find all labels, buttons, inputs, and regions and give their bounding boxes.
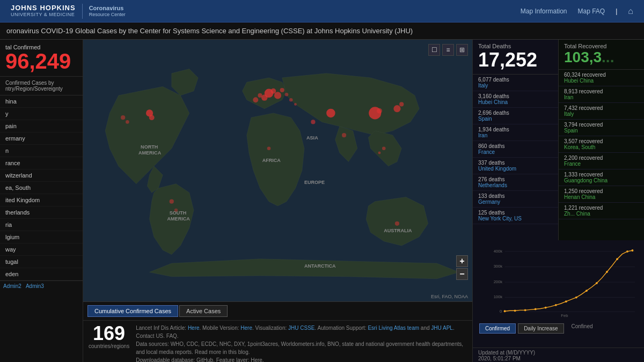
svg-point-12 bbox=[311, 120, 315, 124]
map-toolbar: ☐ ≡ ⊞ bbox=[428, 44, 468, 56]
admin2-link[interactable]: Admin2 bbox=[3, 283, 21, 289]
svg-point-11 bbox=[399, 102, 404, 106]
svg-point-16 bbox=[267, 147, 271, 151]
sidebar-item[interactable]: y bbox=[0, 108, 83, 120]
sidebar-item[interactable]: lgium bbox=[0, 231, 83, 243]
map-grid-btn[interactable]: ⊞ bbox=[456, 44, 468, 56]
info-text: Lancet Inf Dis Article: Here. Mobile Ver… bbox=[136, 324, 467, 362]
recovered-list-item: 3,507 recoveredKorea, South bbox=[559, 136, 644, 153]
deaths-list-item: 1,934 deathsIran bbox=[473, 124, 558, 141]
recovered-list-item: 7,432 recoveredItaly bbox=[559, 103, 644, 120]
sidebar-item[interactable]: eden bbox=[0, 268, 83, 280]
info-footer: 169 countries/regions Lancet Inf Dis Art… bbox=[83, 320, 472, 362]
chart-tab-confirmed[interactable]: Confirmed bbox=[479, 323, 516, 334]
map-bookmark-btn[interactable]: ☐ bbox=[428, 44, 440, 56]
article-link[interactable]: Here bbox=[188, 325, 200, 331]
header-left: JOHNS HOPKINS UNIVERSITY & MEDICINE Coro… bbox=[11, 4, 126, 19]
svg-text:SOUTH: SOUTH bbox=[170, 210, 187, 216]
resource-center: Coronavirus Resource Center bbox=[89, 4, 126, 18]
map-list-btn[interactable]: ≡ bbox=[442, 44, 454, 56]
svg-text:300k: 300k bbox=[494, 264, 503, 269]
svg-point-51 bbox=[545, 307, 547, 309]
sidebar-item[interactable]: ea, South bbox=[0, 182, 83, 194]
deaths-list-item: 125 deathsNew York City, US bbox=[473, 208, 558, 224]
map-container[interactable]: NORTH AMERICA SOUTH AMERICA ASIA AFRICA … bbox=[83, 40, 472, 301]
chart-svg: 400k 300k 200k 100k 0 Feb bbox=[479, 245, 638, 320]
recovered-list-item: 1,250 recoveredHenan China bbox=[559, 186, 644, 203]
svg-text:ASIA: ASIA bbox=[306, 135, 318, 141]
map-area: NORTH AMERICA SOUTH AMERICA ASIA AFRICA … bbox=[83, 40, 472, 362]
sidebar-country-list: hinaypainermanynrancewitzerlandea, South… bbox=[0, 95, 83, 280]
sidebar-item[interactable]: ria bbox=[0, 219, 83, 231]
countries-count: 169 countries/regions bbox=[89, 324, 129, 349]
recovered-list-item: 2,200 recoveredFrance bbox=[559, 153, 644, 169]
tab-active[interactable]: Active Cases bbox=[179, 305, 228, 317]
svg-point-22 bbox=[253, 97, 258, 102]
recovered-total: 103,3... bbox=[564, 49, 639, 66]
svg-point-60 bbox=[632, 249, 634, 252]
deaths-header: Total Deaths 17,252 bbox=[473, 40, 558, 75]
auto-link2[interactable]: JHU APL bbox=[431, 325, 453, 331]
svg-point-2 bbox=[270, 88, 276, 94]
svg-text:200k: 200k bbox=[494, 279, 503, 284]
map-attribution: Esri, FAO, NOAA bbox=[431, 294, 468, 299]
sidebar-item[interactable]: pain bbox=[0, 120, 83, 132]
deaths-list-item: 276 deathsNetherlands bbox=[473, 174, 558, 191]
auto-link1[interactable]: Esri Living Atlas team bbox=[368, 325, 419, 331]
jhu-logo-main: JOHNS HOPKINS bbox=[11, 4, 76, 12]
header: JOHNS HOPKINS UNIVERSITY & MEDICINE Coro… bbox=[0, 0, 644, 23]
header-nav: Map Information Map FAQ | ⌂ bbox=[521, 6, 633, 16]
svg-point-17 bbox=[170, 200, 174, 204]
svg-text:0: 0 bbox=[500, 309, 502, 314]
sidebar-item[interactable]: n bbox=[0, 145, 83, 157]
map-zoom-controls: + − bbox=[456, 255, 468, 280]
sidebar-item[interactable]: ited Kingdom bbox=[0, 194, 83, 206]
recovered-list: 60,324 recoveredHubei China8,913 recover… bbox=[559, 70, 644, 219]
sidebar-item[interactable]: way bbox=[0, 243, 83, 256]
jhu-logo: JOHNS HOPKINS UNIVERSITY & MEDICINE bbox=[11, 4, 76, 17]
mobile-link[interactable]: Here bbox=[240, 325, 252, 331]
svg-point-1 bbox=[261, 94, 268, 101]
svg-point-58 bbox=[616, 258, 618, 260]
viz-link[interactable]: JHU CSSE bbox=[288, 325, 314, 331]
recovered-header: Total Recovered 103,3... bbox=[559, 40, 644, 70]
admin3-link[interactable]: Admin3 bbox=[26, 283, 44, 289]
chart-tab-daily[interactable]: Daily Increase bbox=[518, 323, 564, 334]
deaths-list-item: 2,696 deathsSpain bbox=[473, 108, 558, 124]
svg-point-13 bbox=[342, 133, 346, 137]
svg-text:ANTARCTICA: ANTARCTICA bbox=[304, 263, 336, 269]
sidebar-item[interactable]: ermany bbox=[0, 132, 83, 145]
zoom-in-button[interactable]: + bbox=[456, 255, 468, 267]
tab-cumulative[interactable]: Cumulative Confirmed Cases bbox=[87, 305, 178, 317]
zoom-out-button[interactable]: − bbox=[456, 268, 468, 280]
main-layout: tal Confirmed 96,249 Confirmed Cases by … bbox=[0, 40, 644, 362]
sidebar-item[interactable]: hina bbox=[0, 95, 83, 108]
home-icon[interactable]: ⌂ bbox=[628, 6, 633, 16]
nav-map-information[interactable]: Map Information bbox=[521, 8, 567, 15]
sidebar-list-header: Confirmed Cases by ntry/Region/Sovereign… bbox=[0, 77, 83, 95]
deaths-list-item: 337 deathsUnited Kingdom bbox=[473, 158, 558, 174]
svg-point-55 bbox=[586, 290, 588, 292]
svg-point-25 bbox=[121, 115, 125, 120]
recovered-list-item: 1,333 recoveredGuangdong China bbox=[559, 169, 644, 186]
countries-label: countries/regions bbox=[89, 343, 129, 349]
sidebar-item[interactable]: rance bbox=[0, 157, 83, 169]
svg-point-56 bbox=[596, 282, 598, 284]
svg-point-3 bbox=[274, 92, 281, 99]
sidebar-item[interactable]: tugal bbox=[0, 256, 83, 268]
sidebar-item[interactable]: witzerland bbox=[0, 169, 83, 182]
svg-point-54 bbox=[575, 297, 577, 299]
chart-panel: 400k 300k 200k 100k 0 Feb bbox=[473, 240, 644, 348]
sidebar-item[interactable]: therlands bbox=[0, 206, 83, 219]
svg-text:AUSTRALIA: AUSTRALIA bbox=[384, 228, 412, 233]
nav-map-faq[interactable]: Map FAQ bbox=[578, 8, 605, 15]
svg-point-23 bbox=[289, 98, 293, 102]
svg-point-4 bbox=[258, 93, 262, 98]
svg-point-49 bbox=[524, 309, 526, 311]
header-divider bbox=[82, 4, 83, 19]
confirmed-value: 96,249 bbox=[5, 50, 77, 72]
recovered-list-item: 3,794 recoveredSpain bbox=[559, 120, 644, 136]
svg-point-14 bbox=[382, 147, 386, 151]
svg-text:100k: 100k bbox=[494, 294, 503, 299]
svg-point-10 bbox=[393, 105, 400, 112]
